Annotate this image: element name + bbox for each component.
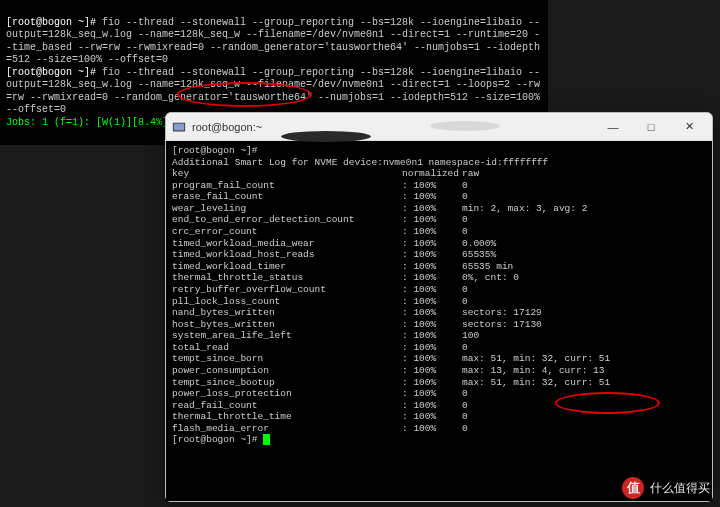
metric-raw: max: 51, min: 32, curr: 51 [462, 353, 706, 365]
prompt-line: [root@bogon ~]# [172, 434, 706, 446]
col-key: key [172, 168, 402, 180]
table-row: system_area_life_left: 100%100 [172, 330, 706, 342]
metric-key: power_consumption [172, 365, 402, 377]
metric-key: erase_fail_count [172, 191, 402, 203]
terminal-cursor [263, 434, 270, 445]
metric-normalized: : 100% [402, 180, 462, 192]
metric-key: wear_leveling [172, 203, 402, 215]
metric-normalized: : 100% [402, 296, 462, 308]
table-row: end_to_end_error_detection_count: 100%0 [172, 214, 706, 226]
table-row: thermal_throttle_status: 100%0%, cnt: 0 [172, 272, 706, 284]
metric-key: tempt_since_bootup [172, 377, 402, 389]
metric-normalized: : 100% [402, 330, 462, 342]
metric-raw: 65535 min [462, 261, 706, 273]
metric-raw: 0 [462, 388, 706, 400]
metric-key: host_bytes_written [172, 319, 402, 331]
metric-raw: 0 [462, 226, 706, 238]
table-row: power_loss_protection: 100%0 [172, 388, 706, 400]
metric-normalized: : 100% [402, 203, 462, 215]
shell-prompt: [root@bogon ~]# [6, 67, 102, 78]
metric-normalized: : 100% [402, 226, 462, 238]
col-normalized: normalized [402, 168, 462, 180]
table-row: program_fail_count: 100%0 [172, 180, 706, 192]
table-row: retry_buffer_overflow_count: 100%0 [172, 284, 706, 296]
terminal-output[interactable]: [root@bogon ~]# Additional Smart Log for… [166, 141, 712, 501]
metric-key: retry_buffer_overflow_count [172, 284, 402, 296]
metric-key: thermal_throttle_time [172, 411, 402, 423]
metric-key: timed_workload_host_reads [172, 249, 402, 261]
metric-key: system_area_life_left [172, 330, 402, 342]
app-icon [172, 120, 186, 134]
window-title: root@bogon:~ [192, 121, 596, 133]
metric-normalized: : 100% [402, 388, 462, 400]
window-titlebar[interactable]: root@bogon:~ — □ ✕ [166, 113, 712, 141]
metric-key: end_to_end_error_detection_count [172, 214, 402, 226]
redaction-smudge [281, 141, 371, 142]
table-header-row: key normalized raw [172, 168, 706, 180]
metric-normalized: : 100% [402, 353, 462, 365]
shell-prompt: [root@bogon ~]# [6, 17, 102, 28]
table-row: thermal_throttle_time: 100%0 [172, 411, 706, 423]
metric-normalized: : 100% [402, 377, 462, 389]
metric-normalized: : 100% [402, 261, 462, 273]
metric-raw: 0 [462, 296, 706, 308]
metric-raw: sectors: 17130 [462, 319, 706, 331]
metric-raw: 0%, cnt: 0 [462, 272, 706, 284]
prompt-line: [root@bogon ~]# [172, 145, 706, 157]
metric-raw: 0 [462, 423, 706, 435]
metric-raw: 100 [462, 330, 706, 342]
table-row: pll_lock_loss_count: 100%0 [172, 296, 706, 308]
close-button[interactable]: ✕ [672, 116, 706, 138]
table-row: tempt_since_born: 100%max: 51, min: 32, … [172, 353, 706, 365]
table-row: flash_media_error: 100%0 [172, 423, 706, 435]
metric-key: total_read [172, 342, 402, 354]
table-row: tempt_since_bootup: 100%max: 51, min: 32… [172, 377, 706, 389]
table-row: timed_workload_timer: 100%65535 min [172, 261, 706, 273]
table-row: read_fail_count: 100%0 [172, 400, 706, 412]
metric-raw: 0 [462, 400, 706, 412]
metric-raw: min: 2, max: 3, avg: 2 [462, 203, 706, 215]
table-row: erase_fail_count: 100%0 [172, 191, 706, 203]
metric-raw: 0 [462, 284, 706, 296]
table-row: host_bytes_written: 100%sectors: 17130 [172, 319, 706, 331]
metric-key: timed_workload_media_wear [172, 238, 402, 250]
maximize-button[interactable]: □ [634, 116, 668, 138]
metric-key: power_loss_protection [172, 388, 402, 400]
metric-key: tempt_since_born [172, 353, 402, 365]
metric-normalized: : 100% [402, 284, 462, 296]
metric-key: program_fail_count [172, 180, 402, 192]
table-row: nand_bytes_written: 100%sectors: 17129 [172, 307, 706, 319]
metric-raw: 0 [462, 411, 706, 423]
table-row: wear_leveling: 100%min: 2, max: 3, avg: … [172, 203, 706, 215]
metric-raw: sectors: 17129 [462, 307, 706, 319]
metric-normalized: : 100% [402, 249, 462, 261]
metric-raw: max: 51, min: 32, curr: 51 [462, 377, 706, 389]
minimize-button[interactable]: — [596, 116, 630, 138]
watermark: 值 什么值得买 [622, 477, 710, 499]
metric-raw: 0.000% [462, 238, 706, 250]
metric-raw: 0 [462, 180, 706, 192]
metric-normalized: : 100% [402, 214, 462, 226]
metric-normalized: : 100% [402, 307, 462, 319]
svg-rect-1 [174, 123, 185, 130]
metric-key: crc_error_count [172, 226, 402, 238]
table-row: total_read: 100%0 [172, 342, 706, 354]
metric-raw: 65535% [462, 249, 706, 261]
table-row: timed_workload_host_reads: 100%65535% [172, 249, 706, 261]
metric-key: read_fail_count [172, 400, 402, 412]
watermark-logo: 值 [622, 477, 644, 499]
metric-raw: max: 13, min: 4, curr: 13 [462, 365, 706, 377]
metric-key: timed_workload_timer [172, 261, 402, 273]
metric-raw: 0 [462, 214, 706, 226]
table-row: crc_error_count: 100%0 [172, 226, 706, 238]
metric-raw: 0 [462, 191, 706, 203]
metric-normalized: : 100% [402, 365, 462, 377]
metric-key: thermal_throttle_status [172, 272, 402, 284]
watermark-text: 什么值得买 [650, 480, 710, 497]
metric-normalized: : 100% [402, 319, 462, 331]
metric-normalized: : 100% [402, 423, 462, 435]
metric-normalized: : 100% [402, 238, 462, 250]
metric-key: nand_bytes_written [172, 307, 402, 319]
metric-normalized: : 100% [402, 342, 462, 354]
metric-normalized: : 100% [402, 191, 462, 203]
